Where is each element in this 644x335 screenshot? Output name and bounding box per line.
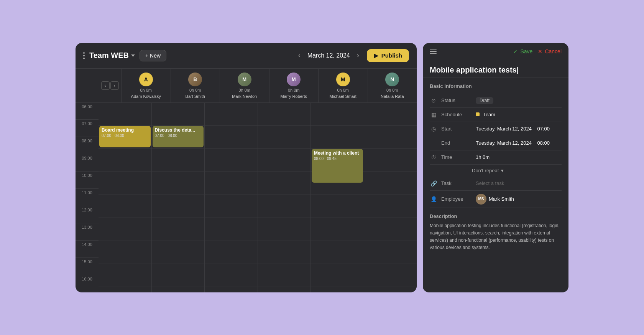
- time-1000: 10:00: [76, 172, 99, 189]
- column-mark: [205, 103, 258, 292]
- description-section: Description Mobile application testing i…: [430, 213, 562, 252]
- time-value: 1h 0m: [476, 154, 562, 160]
- publish-button[interactable]: ▶ Publish: [367, 49, 409, 62]
- avatar-adam: A: [139, 73, 153, 86]
- description-text: Mobile application testing includes func…: [430, 222, 562, 252]
- start-row: ◷ Start Tuesday, March 12, 2024 07:00: [430, 122, 562, 136]
- name-mark: Mark Newton: [232, 94, 257, 99]
- chevron-down-icon: [131, 54, 135, 57]
- detail-title[interactable]: Mobile application tests|: [423, 60, 568, 78]
- hours-bart: 0h 0m: [189, 88, 201, 92]
- member-col-marry[interactable]: M 0h 0m Marry Roberts: [269, 69, 319, 102]
- column-bart: Discuss the deta... 07:00 - 08:00: [152, 103, 205, 292]
- time-0900: 09:00: [76, 154, 99, 172]
- time-1500: 15:00: [76, 258, 99, 275]
- hours-marry: 0h 0m: [288, 88, 300, 92]
- event-discuss-title: Discuss the deta...: [155, 127, 202, 133]
- detail-panel: ✓ Save ✕ Cancel Mobile application tests…: [423, 43, 568, 292]
- members-prev-button[interactable]: ‹: [101, 81, 110, 90]
- hours-mark: 0h 0m: [238, 88, 250, 92]
- end-key: End: [441, 140, 472, 146]
- column-natalia: [364, 103, 417, 292]
- schedule-key: Schedule: [441, 112, 472, 117]
- time-key: Time: [441, 154, 472, 160]
- employee-row: 👤 Employee MS Mark Smith: [430, 191, 562, 208]
- employee-value: MS Mark Smith: [476, 194, 562, 205]
- member-col-bart[interactable]: B 0h 0m Bart Smith: [171, 69, 220, 102]
- member-col-adam[interactable]: A 8h 0m Adam Kowalsky: [122, 69, 171, 102]
- task-placeholder: Select a task: [476, 180, 504, 186]
- employee-avatar: MS: [476, 194, 486, 205]
- new-button[interactable]: + New: [140, 50, 166, 61]
- avatar-natalia: N: [385, 73, 399, 86]
- date-navigation: ‹ March 12, 2024 ›: [295, 50, 362, 61]
- hamburger-icon[interactable]: [430, 49, 437, 54]
- schedule-value: Team: [476, 112, 562, 117]
- column-adam: Board meeting 07:00 - 08:00: [99, 103, 152, 292]
- event-discuss-time: 07:00 - 08:00: [155, 134, 202, 138]
- calendar-panel: Team WEB + New ‹ March 12, 2024 › ▶ Publ…: [76, 43, 417, 292]
- time-1200: 12:00: [76, 206, 99, 223]
- menu-dots-icon[interactable]: [83, 52, 85, 59]
- time-icon: ⏱: [430, 153, 437, 161]
- column-marry: [258, 103, 311, 292]
- repeat-chevron-icon: ▾: [501, 168, 504, 173]
- name-marry: Marry Roberts: [280, 94, 307, 99]
- time-row: ⏱ Time 1h 0m: [430, 150, 562, 165]
- schedule-icon: ▦: [430, 111, 437, 119]
- name-michael: Michael Smart: [330, 94, 356, 99]
- avatar-michael: M: [336, 73, 350, 86]
- next-date-button[interactable]: ›: [354, 50, 362, 61]
- hours-michael: 0h 0m: [337, 88, 349, 92]
- time-0700: 07:00: [76, 120, 99, 137]
- event-board-meeting[interactable]: Board meeting 07:00 - 08:00: [99, 126, 151, 147]
- task-row: 🔗 Task Select a task: [430, 177, 562, 191]
- publish-icon: ▶: [374, 52, 378, 59]
- event-meeting-client[interactable]: Meeting with a client 08:00 - 09:45: [312, 149, 363, 183]
- member-col-mark[interactable]: M 0h 0m Mark Newton: [220, 69, 269, 102]
- event-discuss[interactable]: Discuss the deta... 07:00 - 08:00: [153, 126, 204, 147]
- time-1300: 13:00: [76, 223, 99, 241]
- members-row: ‹ › A 8h 0m Adam Kowalsky B 0h 0m Bart S…: [76, 69, 417, 103]
- schedule-dot: [476, 112, 480, 116]
- schedule-row: ▦ Schedule Team: [430, 108, 562, 122]
- task-icon: 🔗: [430, 180, 437, 187]
- detail-header-actions: ✓ Save ✕ Cancel: [513, 48, 562, 54]
- task-value[interactable]: Select a task: [476, 180, 562, 186]
- name-natalia: Natalia Rata: [381, 94, 404, 99]
- status-row: ⊙ Status Draft: [430, 94, 562, 108]
- hours-adam: 8h 0m: [140, 88, 152, 92]
- members-next-button[interactable]: ›: [110, 81, 119, 90]
- avatar-bart: B: [188, 73, 202, 86]
- team-name[interactable]: Team WEB: [89, 51, 135, 60]
- employee-key: Employee: [441, 196, 472, 202]
- current-date: March 12, 2024: [307, 52, 350, 59]
- start-key: Start: [441, 126, 472, 132]
- grid-content: Board meeting 07:00 - 08:00: [99, 103, 417, 292]
- time-0600: 06:00: [76, 103, 99, 120]
- status-key: Status: [441, 97, 472, 103]
- description-title: Description: [430, 213, 562, 219]
- calendar-header: Team WEB + New ‹ March 12, 2024 › ▶ Publ…: [76, 43, 417, 69]
- status-value: Draft: [476, 97, 562, 103]
- event-board-time: 07:00 - 08:00: [102, 134, 148, 138]
- end-value: Tuesday, March 12, 2024 08:00: [476, 140, 562, 146]
- member-col-michael[interactable]: M 0h 0m Michael Smart: [319, 69, 368, 102]
- time-1400: 14:00: [76, 241, 99, 258]
- hours-natalia: 0h 0m: [386, 88, 398, 92]
- repeat-select[interactable]: Don't repeat ▾: [472, 168, 504, 173]
- save-button[interactable]: ✓ Save: [513, 48, 532, 54]
- repeat-row: Don't repeat ▾: [472, 165, 562, 177]
- start-value: Tuesday, March 12, 2024 07:00: [476, 126, 562, 132]
- end-spacer: [430, 139, 437, 147]
- basic-info-label: Basic information: [430, 83, 562, 89]
- end-row: End Tuesday, March 12, 2024 08:00: [430, 136, 562, 150]
- status-icon: ⊙: [430, 97, 437, 104]
- member-col-natalia[interactable]: N 0h 0m Natalia Rata: [368, 69, 417, 102]
- employee-icon: 👤: [430, 195, 437, 203]
- cancel-button[interactable]: ✕ Cancel: [538, 48, 562, 54]
- time-0800: 08:00: [76, 137, 99, 154]
- event-board-title: Board meeting: [102, 127, 148, 133]
- prev-date-button[interactable]: ‹: [295, 50, 304, 61]
- detail-header: ✓ Save ✕ Cancel: [423, 43, 568, 60]
